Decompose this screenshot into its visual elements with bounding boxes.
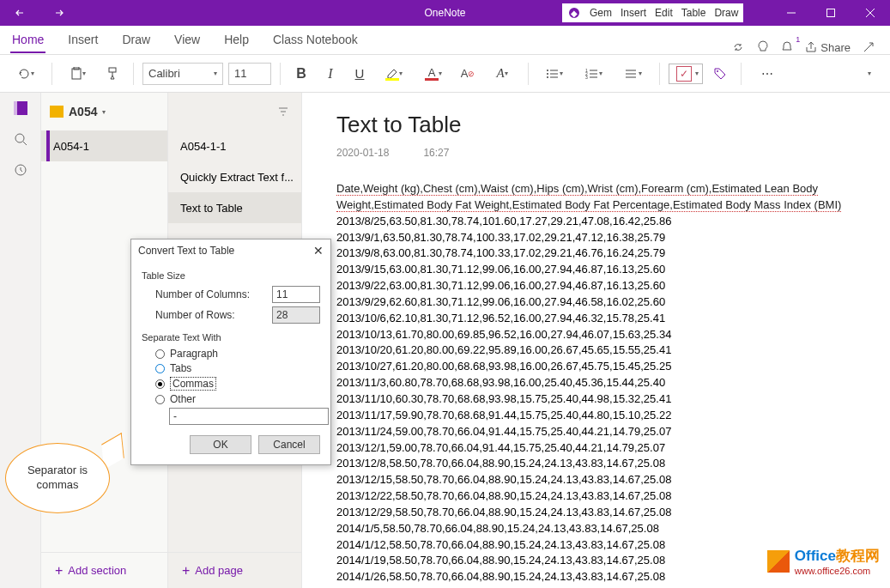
data-row[interactable]: 2013/10/6,62.10,81.30,71.12,96.52,16.00,…	[336, 311, 856, 327]
page-date: 2020-01-18	[336, 147, 389, 159]
section-item[interactable]: A054-1	[41, 130, 167, 161]
gem-menu-draw[interactable]: Draw	[714, 7, 738, 19]
data-row[interactable]: 2013/12/1,59.00,78.70,66.04,91.44,15.75,…	[336, 440, 856, 457]
bulb-icon[interactable]	[757, 40, 769, 54]
italic-button[interactable]: I	[318, 62, 342, 86]
tags-button[interactable]	[708, 62, 732, 86]
data-row[interactable]: 2013/9/15,63.00,81.30,71.12,99.06,16.00,…	[336, 262, 856, 278]
close-button[interactable]	[851, 0, 890, 26]
data-row[interactable]: 2013/9/1,63.50,81.30,78.74,100.33,17.02,…	[336, 230, 856, 246]
data-row[interactable]: 2013/12/15,58.50,78.70,66.04,88.90,15.24…	[336, 472, 856, 488]
styles-button[interactable]: A▾	[485, 62, 519, 86]
data-row[interactable]: 2013/11/10,60.30,78.70,68.68,93.98,15.75…	[336, 391, 856, 408]
page-item[interactable]: Quickly Extract Text f...	[168, 161, 301, 192]
back-button[interactable]	[0, 0, 39, 26]
num-columns-input[interactable]: 11	[272, 286, 320, 303]
ok-button[interactable]: OK	[190, 435, 251, 454]
add-section-button[interactable]: +Add section	[41, 552, 167, 588]
maximize-button[interactable]	[811, 0, 851, 26]
recent-icon[interactable]	[0, 163, 40, 177]
sort-pages-button[interactable]	[168, 93, 301, 130]
separator-header: Separate Text With	[142, 332, 320, 342]
clear-formatting-button[interactable]: A⊘	[456, 62, 480, 86]
num-columns-label: Number of Columns:	[155, 288, 250, 300]
body-data-lines[interactable]: 2013/8/25,63.50,81.30,78.74,101.60,17.27…	[336, 214, 856, 585]
ribbon-toolbar: ▾ ▾ Calibri▾ 11 B I U ▾ A▾ A⊘ A▾ ▾ 123▾ …	[0, 55, 890, 93]
tab-view[interactable]: View	[173, 27, 202, 53]
data-row[interactable]: 2013/9/8,63.00,81.30,78.74,100.33,17.02,…	[336, 246, 856, 262]
data-row[interactable]: 2013/10/20,61.20,80.00,69.22,95.89,16.00…	[336, 342, 856, 359]
tab-draw[interactable]: Draw	[120, 27, 152, 53]
bullets-button[interactable]: ▾	[537, 62, 572, 86]
notification-count: 1	[796, 35, 800, 44]
fullscreen-icon[interactable]	[863, 41, 875, 53]
data-row[interactable]: 2013/8/25,63.50,81.30,78.74,101.60,17.27…	[336, 214, 856, 230]
radio-paragraph[interactable]: Paragraph	[155, 348, 320, 360]
data-row[interactable]: 2013/9/29,62.60,81.30,71.12,99.06,16.00,…	[336, 294, 856, 311]
search-icon[interactable]	[0, 132, 40, 146]
page-item[interactable]: A054-1-1	[168, 130, 301, 161]
radio-tabs[interactable]: Tabs	[155, 362, 320, 374]
svg-point-5	[547, 70, 548, 71]
gem-menu-table[interactable]: Table	[681, 7, 706, 19]
font-name-select[interactable]: Calibri▾	[142, 63, 223, 85]
page-content[interactable]: Text to Table 2020-01-18 16:27 Date,Weig…	[302, 93, 890, 588]
add-page-button[interactable]: +Add page	[168, 552, 301, 588]
more-button[interactable]: ⋯	[750, 62, 784, 86]
dialog-close-button[interactable]: ✕	[313, 244, 324, 258]
title-bar: OneNote ◆ Gem Insert Edit Table Draw	[0, 0, 890, 26]
divider	[659, 63, 660, 85]
tab-help[interactable]: Help	[222, 27, 251, 53]
format-painter-button[interactable]	[100, 62, 124, 86]
body-header-line[interactable]: Date,Weight (kg),Chest (cm),Waist (cm),H…	[336, 181, 856, 214]
data-row[interactable]: 2013/12/29,58.50,78.70,66.04,88.90,15.24…	[336, 505, 856, 521]
gem-addin-bar: ◆ Gem Insert Edit Table Draw	[562, 3, 743, 22]
minimize-button[interactable]	[772, 0, 811, 26]
data-row[interactable]: 2013/12/8,58.50,78.70,66.04,88.90,15.24,…	[336, 456, 856, 472]
data-row[interactable]: 2013/11/17,59.90,78.70,68.68,91.44,15.75…	[336, 408, 856, 424]
collapse-ribbon-button[interactable]: ▾	[857, 62, 881, 86]
highlight-button[interactable]: ▾	[377, 62, 411, 86]
cancel-button[interactable]: Cancel	[258, 435, 320, 454]
gem-menu-insert[interactable]: Insert	[621, 7, 646, 19]
other-separator-input[interactable]: -	[169, 408, 329, 425]
data-row[interactable]: 2013/11/24,59.00,78.70,66.04,91.44,15.75…	[336, 424, 856, 440]
num-rows-input[interactable]: 28	[272, 306, 320, 324]
notebooks-icon[interactable]	[0, 101, 40, 115]
data-row[interactable]: 2013/12/22,58.50,78.70,66.04,88.90,15.24…	[336, 488, 856, 505]
radio-commas[interactable]: Commas	[155, 377, 320, 391]
gem-menu-gem[interactable]: Gem	[590, 7, 612, 19]
tab-home[interactable]: Home	[10, 27, 45, 53]
tab-class-notebook[interactable]: Class Notebook	[271, 27, 360, 53]
gem-menu-edit[interactable]: Edit	[655, 7, 673, 19]
sync-icon[interactable]	[731, 40, 745, 54]
numbering-button[interactable]: 123▾	[577, 62, 611, 86]
notebook-selector[interactable]: A054 ▾	[41, 93, 167, 130]
paragraph-button[interactable]: ▾	[616, 62, 651, 86]
undo-button[interactable]: ▾	[9, 62, 43, 86]
underline-button[interactable]: U	[348, 62, 372, 86]
data-row[interactable]: 2014/1/5,58.50,78.70,66.04,88.90,15.24,2…	[336, 521, 856, 537]
data-row[interactable]: 2013/9/22,63.00,81.30,71.12,99.06,16.00,…	[336, 278, 856, 294]
page-title[interactable]: Text to Table	[336, 112, 856, 138]
divider	[280, 63, 281, 85]
data-row[interactable]: 2013/11/3,60.80,78.70,68.68,93.98,16.00,…	[336, 375, 856, 391]
share-button[interactable]: Share	[805, 41, 851, 54]
clipboard-button[interactable]: ▾	[61, 62, 95, 86]
divider	[51, 63, 52, 85]
font-color-button[interactable]: A▾	[416, 62, 451, 86]
watermark-logo-icon	[767, 550, 790, 573]
page-time: 16:27	[423, 147, 449, 159]
page-item[interactable]: Text to Table	[168, 192, 301, 223]
notification-icon[interactable]: 1	[781, 40, 793, 54]
data-row[interactable]: 2013/10/27,61.20,80.00,68.68,93.98,16.00…	[336, 359, 856, 375]
font-size-select[interactable]: 11	[228, 63, 271, 85]
tab-insert[interactable]: Insert	[66, 27, 100, 53]
radio-other[interactable]: Other	[155, 393, 320, 405]
forward-button[interactable]	[39, 0, 79, 26]
bold-button[interactable]: B	[289, 62, 313, 86]
convert-text-to-table-dialog: Convert Text to Table ✕ Table Size Numbe…	[130, 239, 331, 465]
todo-tag-button[interactable]: ✓▾	[669, 64, 703, 84]
data-row[interactable]: 2013/10/13,61.70,80.00,69.85,96.52,16.00…	[336, 327, 856, 343]
svg-point-12	[15, 134, 24, 142]
